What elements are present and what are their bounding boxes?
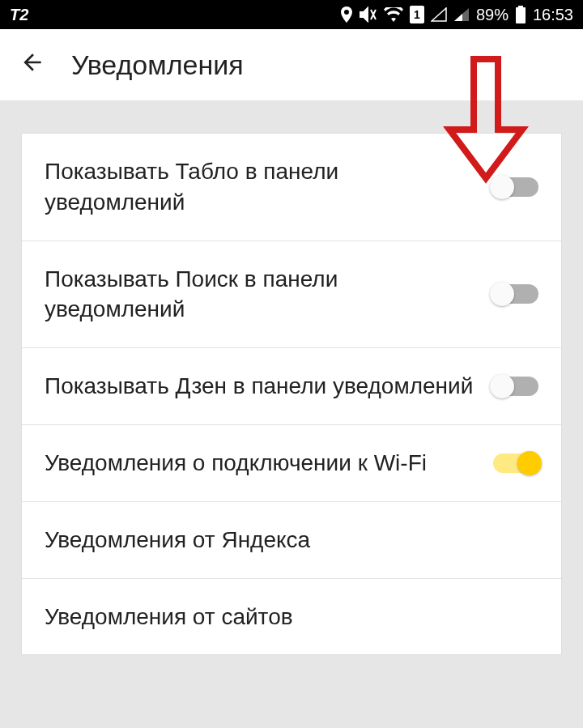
- setting-label: Уведомления о подключении к Wi-Fi: [45, 448, 493, 479]
- toggle-knob: [517, 451, 542, 475]
- setting-search[interactable]: Показывать Поиск в панели уведомлений: [22, 241, 561, 349]
- battery-pct: 89%: [476, 6, 509, 24]
- toggle-knob: [490, 282, 514, 306]
- setting-label: Показывать Дзен в панели уведомлений: [45, 371, 493, 402]
- setting-yandex-notifications[interactable]: Уведомления от Яндекса: [22, 502, 561, 579]
- setting-label: Показывать Табло в панели уведомлений: [45, 156, 493, 218]
- setting-tablo[interactable]: Показывать Табло в панели уведомлений: [22, 134, 561, 241]
- setting-label: Уведомления от Яндекса: [45, 525, 538, 556]
- status-right: 1 89% 16:53: [28, 6, 573, 24]
- signal-empty-icon: [431, 7, 447, 22]
- page-title: Уведомления: [71, 49, 244, 81]
- clock: 16:53: [533, 6, 573, 24]
- setting-label: Показывать Поиск в панели уведомлений: [45, 264, 493, 326]
- toggle-knob: [490, 175, 514, 199]
- header-gap: [0, 100, 583, 133]
- svg-rect-2: [518, 6, 523, 7]
- status-bar: T2 1 89% 16:53: [0, 0, 583, 29]
- signal-icon: [453, 7, 470, 22]
- svg-text:1: 1: [414, 8, 420, 21]
- setting-zen[interactable]: Показывать Дзен в панели уведомлений: [22, 348, 561, 425]
- toggle-zen[interactable]: [493, 377, 538, 396]
- toggle-search[interactable]: [493, 284, 538, 304]
- location-icon: [340, 6, 353, 23]
- battery-icon: [515, 6, 526, 23]
- settings-list: Показывать Табло в панели уведомлений По…: [21, 133, 562, 655]
- setting-wifi[interactable]: Уведомления о подключении к Wi-Fi: [22, 425, 561, 502]
- mute-icon: [360, 6, 377, 23]
- toggle-tablo[interactable]: [493, 177, 538, 197]
- carrier-label: T2: [10, 6, 28, 24]
- back-arrow-icon[interactable]: [19, 49, 45, 80]
- wifi-icon: [384, 7, 403, 22]
- sim-icon: 1: [410, 6, 424, 23]
- svg-rect-3: [516, 7, 526, 23]
- setting-label: Уведомления от сайтов: [45, 602, 538, 632]
- toggle-wifi[interactable]: [493, 453, 538, 473]
- setting-site-notifications[interactable]: Уведомления от сайтов: [22, 579, 561, 655]
- toggle-knob: [490, 374, 514, 398]
- app-header: Уведомления: [0, 29, 583, 100]
